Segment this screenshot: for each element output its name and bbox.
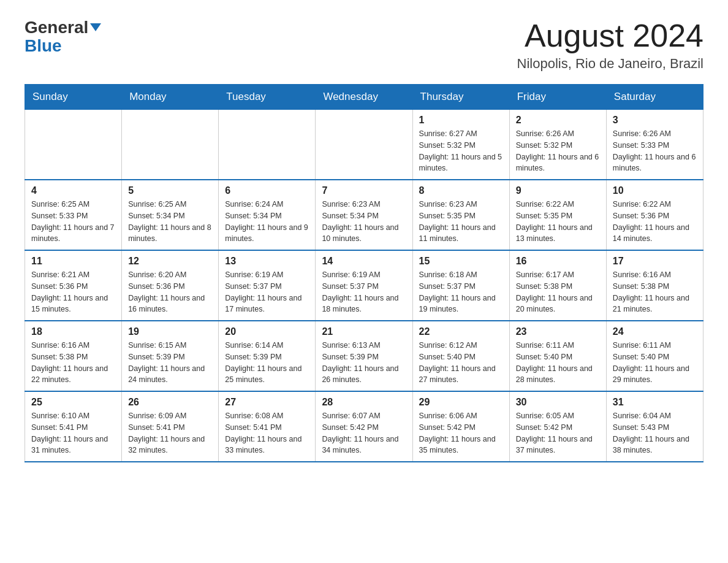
logo: General Blue	[25, 18, 101, 55]
week-row-4: 18Sunrise: 6:16 AMSunset: 5:38 PMDayligh…	[25, 321, 703, 391]
day-info: Sunrise: 6:09 AMSunset: 5:41 PMDaylight:…	[128, 410, 212, 456]
day-info: Sunrise: 6:06 AMSunset: 5:42 PMDaylight:…	[419, 410, 503, 456]
day-info: Sunrise: 6:23 AMSunset: 5:34 PMDaylight:…	[322, 199, 406, 245]
day-number: 21	[322, 326, 406, 337]
day-info: Sunrise: 6:26 AMSunset: 5:32 PMDaylight:…	[516, 128, 600, 174]
page-header: General Blue August 2024 Nilopolis, Rio …	[25, 18, 703, 72]
day-number: 7	[322, 185, 406, 196]
calendar-cell: 14Sunrise: 6:19 AMSunset: 5:37 PMDayligh…	[316, 250, 412, 321]
logo-text: General	[25, 18, 101, 37]
day-info: Sunrise: 6:16 AMSunset: 5:38 PMDaylight:…	[613, 269, 697, 315]
calendar-cell: 17Sunrise: 6:16 AMSunset: 5:38 PMDayligh…	[606, 250, 703, 321]
calendar-cell: 30Sunrise: 6:05 AMSunset: 5:42 PMDayligh…	[509, 391, 606, 462]
calendar-header: SundayMondayTuesdayWednesdayThursdayFrid…	[25, 85, 703, 110]
calendar-cell: 3Sunrise: 6:26 AMSunset: 5:33 PMDaylight…	[606, 110, 703, 180]
day-number: 11	[31, 256, 115, 267]
title-section: August 2024 Nilopolis, Rio de Janeiro, B…	[517, 18, 703, 72]
day-number: 5	[128, 185, 212, 196]
day-number: 6	[225, 185, 309, 196]
day-info: Sunrise: 6:22 AMSunset: 5:35 PMDaylight:…	[516, 199, 600, 245]
week-row-3: 11Sunrise: 6:21 AMSunset: 5:36 PMDayligh…	[25, 250, 703, 321]
day-info: Sunrise: 6:25 AMSunset: 5:33 PMDaylight:…	[31, 199, 115, 245]
day-info: Sunrise: 6:19 AMSunset: 5:37 PMDaylight:…	[225, 269, 309, 315]
day-info: Sunrise: 6:21 AMSunset: 5:36 PMDaylight:…	[31, 269, 115, 315]
calendar-cell: 27Sunrise: 6:08 AMSunset: 5:41 PMDayligh…	[219, 391, 316, 462]
day-info: Sunrise: 6:23 AMSunset: 5:35 PMDaylight:…	[419, 199, 503, 245]
day-info: Sunrise: 6:27 AMSunset: 5:32 PMDaylight:…	[419, 128, 503, 174]
day-info: Sunrise: 6:19 AMSunset: 5:37 PMDaylight:…	[322, 269, 406, 315]
calendar-cell: 11Sunrise: 6:21 AMSunset: 5:36 PMDayligh…	[25, 250, 122, 321]
day-info: Sunrise: 6:20 AMSunset: 5:36 PMDaylight:…	[128, 269, 212, 315]
day-info: Sunrise: 6:24 AMSunset: 5:34 PMDaylight:…	[225, 199, 309, 245]
weekday-wednesday: Wednesday	[316, 85, 412, 110]
day-info: Sunrise: 6:22 AMSunset: 5:36 PMDaylight:…	[613, 199, 697, 245]
calendar-cell: 21Sunrise: 6:13 AMSunset: 5:39 PMDayligh…	[316, 321, 412, 391]
day-number: 1	[419, 115, 503, 126]
calendar-cell: 22Sunrise: 6:12 AMSunset: 5:40 PMDayligh…	[412, 321, 509, 391]
calendar-cell	[122, 110, 219, 180]
day-number: 12	[128, 256, 212, 267]
day-number: 15	[419, 256, 503, 267]
weekday-friday: Friday	[509, 85, 606, 110]
day-number: 20	[225, 326, 309, 337]
calendar-cell: 10Sunrise: 6:22 AMSunset: 5:36 PMDayligh…	[606, 180, 703, 250]
calendar-cell: 24Sunrise: 6:11 AMSunset: 5:40 PMDayligh…	[606, 321, 703, 391]
calendar-cell: 28Sunrise: 6:07 AMSunset: 5:42 PMDayligh…	[316, 391, 412, 462]
calendar-cell: 16Sunrise: 6:17 AMSunset: 5:38 PMDayligh…	[509, 250, 606, 321]
calendar-cell: 13Sunrise: 6:19 AMSunset: 5:37 PMDayligh…	[219, 250, 316, 321]
calendar-cell	[219, 110, 316, 180]
day-number: 26	[128, 397, 212, 408]
week-row-1: 1Sunrise: 6:27 AMSunset: 5:32 PMDaylight…	[25, 110, 703, 180]
day-number: 3	[613, 115, 697, 126]
day-number: 28	[322, 397, 406, 408]
calendar-cell: 20Sunrise: 6:14 AMSunset: 5:39 PMDayligh…	[219, 321, 316, 391]
day-info: Sunrise: 6:25 AMSunset: 5:34 PMDaylight:…	[128, 199, 212, 245]
day-number: 10	[613, 185, 697, 196]
calendar-cell: 19Sunrise: 6:15 AMSunset: 5:39 PMDayligh…	[122, 321, 219, 391]
day-number: 18	[31, 326, 115, 337]
day-info: Sunrise: 6:04 AMSunset: 5:43 PMDaylight:…	[613, 410, 697, 456]
calendar-cell	[25, 110, 122, 180]
weekday-thursday: Thursday	[412, 85, 509, 110]
day-number: 13	[225, 256, 309, 267]
calendar-cell: 26Sunrise: 6:09 AMSunset: 5:41 PMDayligh…	[122, 391, 219, 462]
day-info: Sunrise: 6:17 AMSunset: 5:38 PMDaylight:…	[516, 269, 600, 315]
weekday-header-row: SundayMondayTuesdayWednesdayThursdayFrid…	[25, 85, 703, 110]
calendar-cell: 1Sunrise: 6:27 AMSunset: 5:32 PMDaylight…	[412, 110, 509, 180]
day-info: Sunrise: 6:05 AMSunset: 5:42 PMDaylight:…	[516, 410, 600, 456]
calendar-cell: 12Sunrise: 6:20 AMSunset: 5:36 PMDayligh…	[122, 250, 219, 321]
day-info: Sunrise: 6:14 AMSunset: 5:39 PMDaylight:…	[225, 340, 309, 386]
day-number: 4	[31, 185, 115, 196]
day-info: Sunrise: 6:10 AMSunset: 5:41 PMDaylight:…	[31, 410, 115, 456]
day-number: 31	[613, 397, 697, 408]
calendar-cell: 8Sunrise: 6:23 AMSunset: 5:35 PMDaylight…	[412, 180, 509, 250]
calendar-cell: 31Sunrise: 6:04 AMSunset: 5:43 PMDayligh…	[606, 391, 703, 462]
day-info: Sunrise: 6:08 AMSunset: 5:41 PMDaylight:…	[225, 410, 309, 456]
day-number: 23	[516, 326, 600, 337]
day-number: 8	[419, 185, 503, 196]
day-number: 29	[419, 397, 503, 408]
logo-blue: Blue	[25, 37, 62, 55]
calendar-cell: 23Sunrise: 6:11 AMSunset: 5:40 PMDayligh…	[509, 321, 606, 391]
day-number: 19	[128, 326, 212, 337]
weekday-tuesday: Tuesday	[219, 85, 316, 110]
calendar-cell: 4Sunrise: 6:25 AMSunset: 5:33 PMDaylight…	[25, 180, 122, 250]
calendar-cell	[316, 110, 412, 180]
calendar-cell: 2Sunrise: 6:26 AMSunset: 5:32 PMDaylight…	[509, 110, 606, 180]
calendar-cell: 7Sunrise: 6:23 AMSunset: 5:34 PMDaylight…	[316, 180, 412, 250]
day-number: 14	[322, 256, 406, 267]
day-info: Sunrise: 6:15 AMSunset: 5:39 PMDaylight:…	[128, 340, 212, 386]
day-number: 17	[613, 256, 697, 267]
day-info: Sunrise: 6:12 AMSunset: 5:40 PMDaylight:…	[419, 340, 503, 386]
weekday-sunday: Sunday	[25, 85, 122, 110]
day-info: Sunrise: 6:13 AMSunset: 5:39 PMDaylight:…	[322, 340, 406, 386]
day-info: Sunrise: 6:07 AMSunset: 5:42 PMDaylight:…	[322, 410, 406, 456]
weekday-saturday: Saturday	[606, 85, 703, 110]
calendar-cell: 29Sunrise: 6:06 AMSunset: 5:42 PMDayligh…	[412, 391, 509, 462]
day-number: 30	[516, 397, 600, 408]
day-number: 24	[613, 326, 697, 337]
day-number: 2	[516, 115, 600, 126]
day-info: Sunrise: 6:11 AMSunset: 5:40 PMDaylight:…	[613, 340, 697, 386]
calendar-cell: 25Sunrise: 6:10 AMSunset: 5:41 PMDayligh…	[25, 391, 122, 462]
month-title: August 2024	[517, 18, 703, 53]
